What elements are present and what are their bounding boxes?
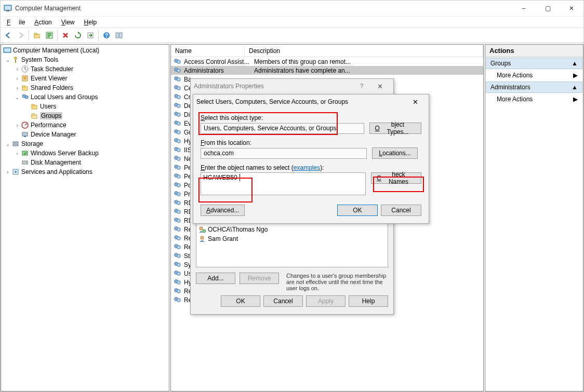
close-icon[interactable]: ✕ xyxy=(405,98,426,106)
help-icon[interactable]: ? xyxy=(101,30,112,41)
group-row[interactable]: AdministratorsAdministrators have comple… xyxy=(171,66,483,75)
group-icon xyxy=(174,119,182,128)
members-list[interactable]: OCHCA\Thomas NgoSam Grant xyxy=(196,223,388,267)
svg-rect-26 xyxy=(32,104,34,106)
member-row[interactable]: Sam Grant xyxy=(197,234,387,244)
cancel-button[interactable]: Cancel xyxy=(263,295,303,307)
tree-shared-folders[interactable]: ›Shared Folders xyxy=(1,83,169,92)
group-icon xyxy=(174,102,182,110)
svg-point-42 xyxy=(177,69,181,72)
tree-system-tools[interactable]: ⌄System Tools xyxy=(1,55,169,64)
locations-button[interactable]: Locations... xyxy=(372,147,418,159)
list-header: Name Description xyxy=(171,45,483,57)
location-field: ochca.com xyxy=(201,148,367,159)
tree-local-users-groups[interactable]: ⌄Local Users and Groups xyxy=(1,92,169,102)
svg-point-64 xyxy=(177,166,181,169)
membership-note: Changes to a user's group membership are… xyxy=(283,273,388,291)
group-icon xyxy=(174,181,182,190)
svg-point-84 xyxy=(177,254,181,258)
svg-point-36 xyxy=(26,162,27,163)
svg-point-54 xyxy=(177,121,181,125)
tree-services-applications[interactable]: ›Services and Applications xyxy=(1,167,169,177)
group-icon xyxy=(174,84,182,92)
tree-windows-server-backup[interactable]: ›Windows Server Backup xyxy=(1,148,169,158)
examples-link[interactable]: examples xyxy=(294,164,320,171)
menu-action[interactable]: Action xyxy=(30,18,56,27)
properties-titlebar[interactable]: Administrators Properties ? ✕ xyxy=(191,79,393,93)
up-icon[interactable] xyxy=(31,30,43,41)
show-hide-icon[interactable] xyxy=(113,30,125,41)
ok-button[interactable]: OK xyxy=(221,295,260,307)
object-names-input[interactable]: HCAWEB50 xyxy=(201,172,366,195)
advanced-button[interactable]: Advanced... xyxy=(201,205,245,216)
svg-point-80 xyxy=(177,236,181,240)
tree-groups[interactable]: Groups xyxy=(1,111,169,120)
export-icon[interactable] xyxy=(85,30,96,41)
group-icon xyxy=(174,66,182,75)
svg-point-95 xyxy=(200,227,203,230)
tree-disk-management[interactable]: Disk Management xyxy=(1,158,169,167)
group-row[interactable]: Access Control Assist...Members of this … xyxy=(171,57,483,66)
group-icon xyxy=(174,128,182,137)
group-icon xyxy=(174,225,182,234)
group-icon xyxy=(174,155,182,163)
tree-event-viewer[interactable]: ›Event Viewer xyxy=(1,74,169,83)
properties-icon[interactable] xyxy=(44,30,55,41)
svg-point-90 xyxy=(177,280,181,284)
col-name[interactable]: Name xyxy=(171,45,245,57)
tree-device-manager[interactable]: Device Manager xyxy=(1,130,169,139)
svg-rect-6 xyxy=(47,33,51,34)
check-names-button[interactable]: Check Names xyxy=(371,172,421,184)
menubar: File Action View Help xyxy=(1,16,583,28)
svg-point-74 xyxy=(177,210,181,213)
window-title: Computer Management xyxy=(15,5,81,12)
svg-rect-7 xyxy=(47,35,51,36)
svg-point-82 xyxy=(177,245,181,249)
svg-point-24 xyxy=(25,96,28,99)
delete-icon[interactable] xyxy=(60,30,71,41)
tree-root[interactable]: Computer Management (Local) xyxy=(1,46,169,55)
group-icon xyxy=(174,146,182,154)
member-row[interactable]: OCHCA\Thomas Ngo xyxy=(197,225,387,234)
tree-users[interactable]: Users xyxy=(1,102,169,111)
cancel-button[interactable]: Cancel xyxy=(381,205,421,216)
menu-file[interactable]: File xyxy=(3,18,29,27)
forward-icon[interactable] xyxy=(15,30,26,41)
menu-help[interactable]: Help xyxy=(80,18,101,27)
back-icon[interactable] xyxy=(3,30,14,41)
maximize-button[interactable]: ▢ xyxy=(536,1,560,16)
svg-point-97 xyxy=(201,236,204,239)
tree-performance[interactable]: ›Performance xyxy=(1,120,169,130)
svg-text:?: ? xyxy=(105,33,108,38)
svg-point-58 xyxy=(177,139,181,143)
svg-point-60 xyxy=(177,148,181,152)
group-icon xyxy=(174,164,182,172)
close-button[interactable]: ✕ xyxy=(560,1,583,16)
tree-pane: Computer Management (Local) ⌄System Tool… xyxy=(1,44,169,391)
remove-button[interactable]: Remove xyxy=(240,273,279,284)
help-icon[interactable]: ? xyxy=(354,83,369,90)
minimize-button[interactable]: – xyxy=(512,1,536,16)
select-dialog-titlebar[interactable]: Select Users, Computers, Service Account… xyxy=(193,94,429,109)
group-icon xyxy=(174,137,182,145)
actions-section-admins[interactable]: Administrators▲ xyxy=(486,82,582,93)
tree-storage[interactable]: ⌄Storage xyxy=(1,139,169,148)
apply-button[interactable]: Apply xyxy=(306,295,346,307)
close-icon[interactable]: ✕ xyxy=(369,83,390,90)
refresh-icon[interactable] xyxy=(72,30,84,41)
collapse-icon: ▲ xyxy=(572,60,578,67)
actions-more-admins[interactable]: More Actions▶ xyxy=(485,93,583,105)
ok-button[interactable]: OK xyxy=(337,205,378,216)
actions-more-groups[interactable]: More Actions▶ xyxy=(485,70,583,81)
col-description[interactable]: Description xyxy=(245,45,483,57)
svg-rect-28 xyxy=(32,114,34,115)
add-button[interactable]: Add... xyxy=(196,273,235,284)
actions-section-groups[interactable]: Groups▲ xyxy=(486,58,582,69)
menu-view[interactable]: View xyxy=(57,18,79,27)
chevron-right-icon: ▶ xyxy=(573,72,578,79)
tree-task-scheduler[interactable]: ›Task Scheduler xyxy=(1,64,169,74)
app-icon xyxy=(4,4,12,12)
svg-point-38 xyxy=(15,171,17,173)
object-types-button[interactable]: Object Types... xyxy=(369,123,421,134)
help-button[interactable]: Help xyxy=(349,295,388,307)
